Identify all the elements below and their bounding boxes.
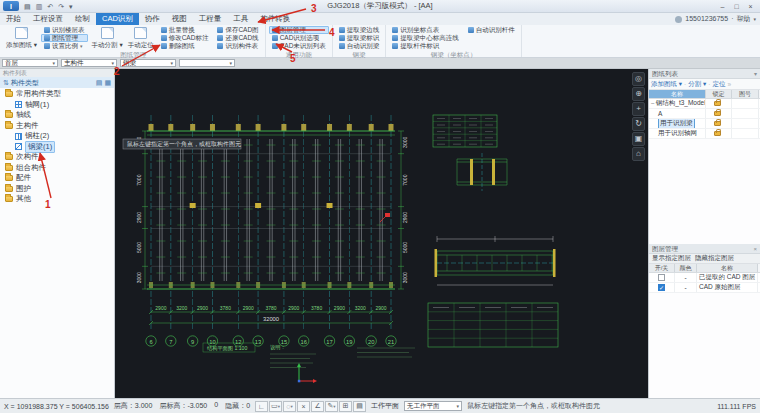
tree-item-3[interactable]: 轴线 (0, 110, 114, 121)
ribbon-button[interactable]: 识别构件表 (214, 42, 261, 50)
sheet-toolbar-button-2[interactable]: 分割 ▾ (688, 80, 706, 89)
open-icon[interactable]: ▤ (22, 1, 33, 12)
lasso-select-toggle[interactable]: ◌▾ (283, 401, 296, 412)
layer-name: CAD 原始图层 (699, 283, 741, 292)
ribbon-big-button[interactable]: 手动分割 ▾ (91, 26, 124, 51)
tree-item-1[interactable]: 常用构件类型 (0, 89, 114, 100)
sheet-toolbar-button-3[interactable]: 定位 (713, 80, 726, 89)
svg-text:3000: 3000 (402, 272, 408, 283)
tab-3[interactable]: 绘制 (69, 13, 96, 25)
layer-checkbox[interactable]: ✓ (658, 284, 665, 291)
tree-item-7[interactable]: 次构件 (0, 152, 114, 163)
lock-icon[interactable] (714, 111, 721, 116)
sheet-toggle[interactable]: ▤ (353, 401, 366, 412)
navigation-wheel-icon[interactable]: ◎ (632, 72, 645, 86)
tab-5[interactable]: 协作 (139, 13, 166, 25)
ribbon-button[interactable]: 提取杆件标识 (389, 42, 462, 50)
ribbon-button-icon (161, 35, 167, 41)
ribbon-button[interactable]: CAD未识别列表 (269, 42, 329, 50)
svg-text:6: 6 (149, 339, 152, 345)
detail-view-icon[interactable]: ▦ (104, 79, 111, 87)
tree-item-label: 主构件 (16, 121, 39, 131)
redo-icon[interactable]: ↷ (56, 1, 66, 12)
minimize-button[interactable]: – (716, 1, 729, 12)
lock-icon[interactable] (714, 131, 721, 136)
help-link[interactable]: 帮助 (736, 13, 750, 25)
ribbon-big-button[interactable]: 手动定位 (127, 26, 155, 51)
tab-6[interactable]: 视图 (166, 13, 193, 25)
close-button[interactable]: × (744, 1, 757, 12)
beam-icon (15, 143, 22, 150)
sort-icon[interactable]: ⇅ (3, 79, 9, 87)
tab-9[interactable]: 构件转换 (254, 13, 296, 25)
layer-tab-1[interactable]: 显示指定图层 (652, 254, 691, 263)
cad-canvas[interactable]: 6791012131516171920213000300070007000290… (115, 69, 648, 398)
draw-style-button[interactable]: ✎▾ (325, 401, 338, 412)
undo-icon[interactable]: ↶ (45, 1, 55, 12)
home-view-icon[interactable]: ⌂ (632, 147, 645, 161)
rect-select-toggle[interactable]: ▭▾ (269, 401, 282, 412)
view-toolbar: ◎⊕+↻▣⌂ (632, 72, 645, 161)
clear-selection-button[interactable]: × (297, 401, 310, 412)
list-view-icon[interactable]: ▤ (96, 79, 103, 87)
ortho-toggle[interactable]: ∟ (255, 401, 268, 412)
tab-1[interactable]: 开始 (0, 13, 27, 25)
layer-row[interactable]: ✓-CAD 原始图层 (649, 283, 760, 293)
sheet-toolbar-button-1[interactable]: 添加图纸 ▾ (651, 80, 682, 89)
status-field: 隐藏：0 (225, 401, 250, 411)
sheet-row[interactable]: 用于识别梁 (649, 119, 760, 129)
tree-item-6[interactable]: 钢梁(1) (0, 142, 114, 153)
save-icon[interactable]: ▥ (34, 1, 45, 12)
sheet-row[interactable]: −钢结构_t3_Model (649, 99, 760, 109)
ribbon-button[interactable]: 自动识别杆件 (465, 26, 518, 34)
tree-item-2[interactable]: 轴网(1) (0, 100, 114, 111)
overflow-icon[interactable]: » (728, 81, 732, 88)
tab-4[interactable]: CAD识别 (96, 13, 139, 25)
chevron-down-icon[interactable]: ▾ (753, 13, 756, 25)
panel-menu-icon[interactable]: ▾ (754, 69, 757, 79)
ribbon-button[interactable]: 设置比例▾ (41, 42, 88, 50)
tree-item-4[interactable]: 主构件 (0, 121, 114, 132)
lock-icon[interactable] (714, 101, 721, 106)
status-field: 层高：3.000 (114, 401, 153, 411)
sheet-row[interactable]: 用于识别轴网 (649, 129, 760, 139)
lock-icon[interactable] (714, 121, 721, 126)
orbit-icon[interactable]: ↻ (632, 117, 645, 131)
collapse-icon[interactable]: − (651, 100, 655, 107)
sheet-row[interactable]: A (649, 109, 760, 119)
sheet-col-header: 锁定 (706, 90, 732, 98)
account-phone[interactable]: 15501236755 (685, 13, 728, 25)
column-icon (15, 133, 22, 140)
ribbon-big-button[interactable]: 添加图纸 ▾ (5, 26, 38, 51)
viewcube-icon[interactable]: ▣ (632, 132, 645, 146)
pan-icon[interactable]: + (632, 102, 645, 116)
tab-7[interactable]: 工程量 (193, 13, 228, 25)
cad-viewport[interactable]: 6791012131516171920213000300070007000290… (115, 69, 648, 398)
panel-close-icon[interactable]: × (753, 244, 757, 254)
tree-item-10[interactable]: 围护 (0, 184, 114, 195)
grid-toggle[interactable]: ⊞ (339, 401, 352, 412)
category-combo[interactable]: 主构件▾ (61, 59, 117, 67)
customize-quick-access-icon[interactable]: ▾ (67, 1, 75, 12)
angle-snap-toggle[interactable]: ∠ (311, 401, 324, 412)
tree-item-11[interactable]: 其他 (0, 194, 114, 205)
tree-item-5[interactable]: 钢柱(2) (0, 131, 114, 142)
tree-item-8[interactable]: 组合构件 (0, 163, 114, 174)
svg-text:19: 19 (346, 339, 352, 345)
component-combo[interactable]: 钢梁▾ (120, 59, 176, 67)
ribbon-button[interactable]: 自动识别梁 (336, 42, 383, 50)
account-area: 15501236755 · 帮助 ▾ (675, 13, 756, 25)
layer-checkbox[interactable] (658, 274, 665, 281)
floor-combo[interactable]: 首层▾ (2, 59, 58, 67)
tab-8[interactable]: 工具 (227, 13, 254, 25)
work-plane-combo[interactable]: 无工作平面 ▾ (404, 401, 462, 411)
tree-item-9[interactable]: 配件 (0, 173, 114, 184)
layer-table: -已提取的 CAD 图层✓-CAD 原始图层 (649, 273, 760, 293)
attribute-combo[interactable]: ▾ (179, 59, 235, 67)
layer-tab-2[interactable]: 隐藏指定图层 (695, 254, 734, 263)
tab-2[interactable]: 工程设置 (27, 13, 69, 25)
zoom-icon[interactable]: ⊕ (632, 87, 645, 101)
ribbon-button[interactable]: 删除图纸 (158, 42, 212, 50)
layer-row[interactable]: -已提取的 CAD 图层 (649, 273, 760, 283)
maximize-button[interactable]: □ (730, 1, 743, 12)
